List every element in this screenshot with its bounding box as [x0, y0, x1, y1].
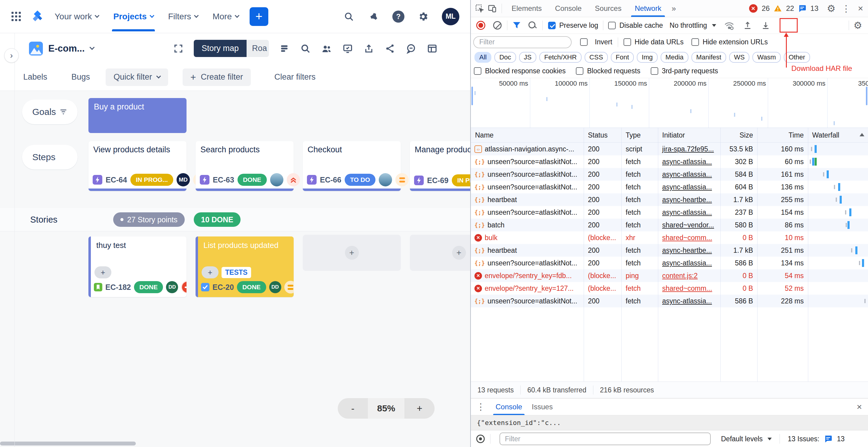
column-header-name[interactable]: Name — [471, 128, 584, 142]
network-request-row[interactable]: {;} batch 200 fetch shared~vendor... 580… — [471, 219, 868, 231]
app-switcher-icon[interactable] — [11, 12, 21, 21]
column-header-size[interactable]: Size — [720, 128, 757, 142]
network-filter-input[interactable] — [473, 36, 571, 48]
tab-story-map[interactable]: Story map — [194, 40, 247, 57]
network-request-row[interactable]: ✕ bulk (blocke... xhr shared~comm... 0 B… — [471, 231, 868, 244]
device-toolbar-icon[interactable] — [486, 2, 499, 15]
share-icon[interactable] — [384, 43, 396, 54]
third-party-requests-checkbox[interactable]: 3rd-party requests — [651, 67, 718, 75]
preserve-log-checkbox[interactable]: Preserve log — [548, 22, 598, 30]
initiator-link[interactable]: shared~vendor... — [662, 221, 714, 229]
add-label-button[interactable]: + — [94, 266, 112, 278]
create-issue-button[interactable]: + — [250, 7, 268, 26]
topnav-menu-item[interactable]: Your work — [55, 12, 99, 22]
column-header-time[interactable]: Time — [757, 128, 808, 142]
horizontal-scrollbar[interactable] — [0, 442, 136, 446]
notifications-icon[interactable] — [368, 10, 380, 23]
zoom-in-button[interactable]: + — [404, 398, 435, 419]
console-filter-input[interactable] — [499, 433, 711, 445]
initiator-link[interactable]: async-atlassia... — [662, 183, 712, 191]
initiator-link[interactable]: jira-spa.72fe95... — [662, 145, 714, 153]
assignee-avatar[interactable] — [270, 173, 283, 186]
timeline-left-handle[interactable] — [471, 87, 473, 105]
network-request-row[interactable]: ‹› atlassian-navigation.async-... 200 sc… — [471, 143, 868, 155]
blocked-response-cookies-checkbox[interactable]: Blocked response cookies — [474, 67, 566, 75]
warning-icon[interactable] — [774, 5, 782, 12]
hide-data-urls-checkbox[interactable]: Hide data URLs — [623, 38, 684, 46]
column-header-initiator[interactable]: Initiator — [658, 128, 720, 142]
request-type-chip[interactable]: Wasm — [752, 52, 781, 63]
story-card[interactable]: thuy test + EC-182 DONE DD — [88, 236, 187, 297]
clear-filters-button[interactable]: Clear filters — [274, 72, 316, 82]
log-levels-dropdown[interactable]: Default levels — [721, 435, 772, 443]
quick-filter-dropdown[interactable]: Quick filter — [105, 68, 168, 86]
initiator-link[interactable]: async-heartbe... — [662, 247, 712, 254]
step-card[interactable]: Checkout EC-66 TO DO — [303, 141, 401, 191]
story-card-selected[interactable]: List products updated + TESTS EC-20 DONE… — [195, 236, 294, 297]
request-type-chip[interactable]: Media — [661, 52, 688, 63]
topnav-menu-item[interactable]: Filters — [168, 12, 198, 22]
close-devtools-icon[interactable]: × — [858, 3, 863, 13]
labels-button[interactable]: Labels — [23, 72, 48, 82]
console-message[interactable]: {"extension_id":"c... — [471, 415, 868, 430]
devtools-tab[interactable]: Sources — [588, 0, 628, 17]
hide-extension-urls-checkbox[interactable]: Hide extension URLs — [691, 38, 768, 46]
initiator-link[interactable]: async-atlassia... — [662, 209, 712, 216]
create-filter-button[interactable]: +Create filter — [183, 68, 251, 86]
panel-layout-icon[interactable] — [427, 43, 438, 54]
devtools-settings-icon[interactable]: ⚙ — [827, 4, 836, 13]
request-type-chip[interactable]: CSS — [585, 52, 608, 63]
view-settings-icon[interactable] — [279, 43, 290, 54]
live-expression-eye-icon[interactable] — [476, 435, 485, 443]
assignee-avatar[interactable]: DD — [269, 281, 281, 293]
issue-key[interactable]: EC-182 — [105, 283, 131, 292]
step-card[interactable]: Search products EC-63 DONE — [195, 141, 294, 191]
initiator-link[interactable]: shared~comm... — [662, 284, 712, 292]
throttling-dropdown[interactable]: No throttling — [670, 22, 716, 30]
request-type-chip[interactable]: WS — [729, 52, 749, 63]
search-network-icon[interactable] — [528, 21, 537, 30]
jira-logo[interactable] — [31, 9, 44, 24]
expand-sidebar-button[interactable]: › — [4, 48, 19, 63]
initiator-link[interactable]: async-atlassia... — [662, 158, 712, 166]
messages-icon[interactable] — [798, 5, 806, 12]
steps-lane-header[interactable]: Steps — [22, 145, 78, 169]
column-header-waterfall[interactable]: Waterfall — [808, 128, 868, 142]
search-icon[interactable] — [343, 10, 355, 23]
board-search-icon[interactable] — [300, 43, 311, 54]
network-request-row[interactable]: {;} unseen?source=atlaskitNot... 200 fet… — [471, 168, 868, 181]
devtools-menu-icon[interactable]: ⋮ — [840, 3, 852, 14]
devtools-tab[interactable]: Console — [548, 0, 588, 17]
initiator-link[interactable]: shared~comm... — [662, 234, 712, 242]
add-label-button[interactable]: + — [202, 266, 218, 278]
request-type-chip[interactable]: Font — [611, 52, 634, 63]
issue-key[interactable]: EC-66 — [320, 175, 341, 184]
devtools-tab[interactable]: Network — [628, 0, 668, 17]
people-icon[interactable] — [321, 43, 332, 54]
timeline-right-handle[interactable] — [866, 87, 867, 105]
initiator-link[interactable]: content.js:2 — [662, 272, 698, 280]
project-avatar[interactable] — [29, 42, 43, 56]
topnav-menu-item[interactable]: Projects — [113, 12, 154, 22]
network-request-row[interactable]: {;} heartbeat 200 fetch async-heartbe...… — [471, 244, 868, 257]
column-header-status[interactable]: Status — [584, 128, 621, 142]
label-tag[interactable]: TESTS — [221, 267, 251, 278]
drawer-menu-icon[interactable]: ⋮ — [471, 402, 491, 412]
initiator-link[interactable]: async-atlassia... — [662, 259, 712, 267]
initiator-link[interactable]: async-heartbe... — [662, 196, 712, 203]
settings-gear-icon[interactable] — [417, 10, 429, 23]
tab-console[interactable]: Console — [491, 398, 527, 415]
issue-key[interactable]: EC-20 — [213, 283, 234, 292]
add-story-button[interactable]: + — [452, 246, 466, 260]
error-badge-icon[interactable]: ✕ — [749, 4, 757, 13]
disable-cache-checkbox[interactable]: Disable cache — [608, 22, 663, 30]
network-request-row[interactable]: ✕ envelope/?sentry_key=fdb... (blocke...… — [471, 269, 868, 282]
network-request-row[interactable]: {;} unseen?source=atlaskitNot... 200 fet… — [471, 155, 868, 168]
bugs-button[interactable]: Bugs — [71, 72, 90, 82]
network-conditions-icon[interactable] — [724, 21, 734, 30]
issue-key[interactable]: EC-64 — [105, 175, 127, 184]
assignee-avatar[interactable] — [379, 173, 392, 186]
filter-funnel-icon[interactable] — [513, 22, 521, 29]
tab-issues[interactable]: Issues — [527, 398, 557, 415]
import-har-icon[interactable] — [743, 21, 752, 30]
